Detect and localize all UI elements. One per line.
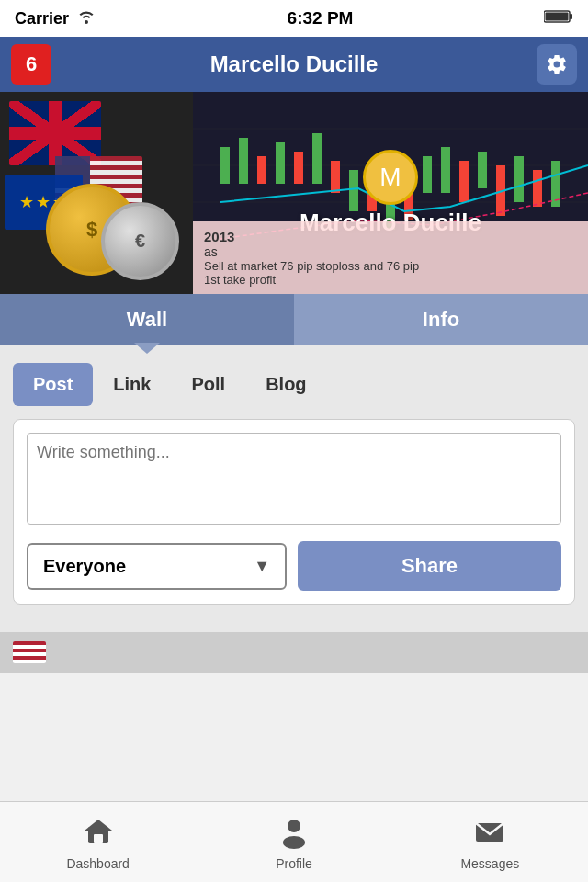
strip-flag xyxy=(13,641,46,663)
avatar: M xyxy=(363,150,418,205)
notification-badge[interactable]: 6 xyxy=(11,44,51,85)
svg-marker-27 xyxy=(85,820,112,831)
person-icon xyxy=(277,814,311,853)
bottom-strip xyxy=(0,632,588,673)
share-button[interactable]: Share xyxy=(298,541,561,591)
nav-label-messages: Messages xyxy=(460,856,519,871)
cover-left: ★★★ $ € xyxy=(0,92,193,294)
audience-select[interactable]: Everyone ▼ xyxy=(27,543,287,590)
svg-rect-28 xyxy=(94,834,103,843)
compose-actions: Everyone ▼ Share xyxy=(27,541,561,591)
svg-point-30 xyxy=(283,836,305,849)
wifi-icon xyxy=(76,9,96,28)
bottom-nav: Dashboard Profile Messages xyxy=(0,801,588,882)
post-overlay: 2013 as Sell at market 76 pip stoploss a… xyxy=(193,221,588,294)
flags-collage: ★★★ $ € xyxy=(0,92,193,294)
tab-wall[interactable]: Wall xyxy=(0,294,294,345)
status-bar: Carrier 6:32 PM xyxy=(0,0,588,37)
app-header: 6 Marcello Ducille xyxy=(0,37,588,92)
home-icon xyxy=(81,814,116,853)
svg-rect-2 xyxy=(545,12,568,20)
svg-rect-1 xyxy=(570,14,572,19)
post-line3: Sell at market 76 pip stoploss and 76 pi… xyxy=(204,259,577,273)
wall-info-tabs: Wall Info xyxy=(0,294,588,345)
nav-item-profile[interactable]: Profile xyxy=(196,802,391,882)
settings-button[interactable] xyxy=(537,44,577,85)
silver-coin: € xyxy=(101,202,179,280)
compose-box: Everyone ▼ Share xyxy=(13,419,575,605)
chevron-down-icon: ▼ xyxy=(254,557,270,576)
post-line2: as xyxy=(204,244,577,259)
cover-area: ★★★ $ € xyxy=(0,92,588,294)
nav-item-dashboard[interactable]: Dashboard xyxy=(0,802,196,882)
status-left: Carrier xyxy=(15,9,96,28)
compose-textarea[interactable] xyxy=(27,433,561,525)
battery-icon xyxy=(544,9,573,28)
envelope-icon xyxy=(472,814,507,853)
nav-label-dashboard: Dashboard xyxy=(66,856,130,871)
audience-label: Everyone xyxy=(43,556,126,577)
tab-info[interactable]: Info xyxy=(294,294,588,345)
post-tabs: Post Link Poll Blog xyxy=(13,363,575,406)
header-title: Marcello Ducille xyxy=(51,51,537,77)
tab-link[interactable]: Link xyxy=(93,363,171,406)
nav-label-profile: Profile xyxy=(276,856,312,871)
time-label: 6:32 PM xyxy=(288,8,354,28)
content-area: Post Link Poll Blog Everyone ▼ Share xyxy=(0,345,588,632)
tab-post[interactable]: Post xyxy=(13,363,93,406)
nav-item-messages[interactable]: Messages xyxy=(392,802,588,882)
svg-point-29 xyxy=(288,820,300,832)
post-line1: 2013 xyxy=(204,229,577,244)
post-line4: 1st take profit xyxy=(204,273,577,287)
status-right xyxy=(544,9,573,28)
tab-blog[interactable]: Blog xyxy=(245,363,326,406)
carrier-label: Carrier xyxy=(15,9,69,28)
tab-poll[interactable]: Poll xyxy=(171,363,245,406)
avatar-initial: M xyxy=(379,163,401,192)
